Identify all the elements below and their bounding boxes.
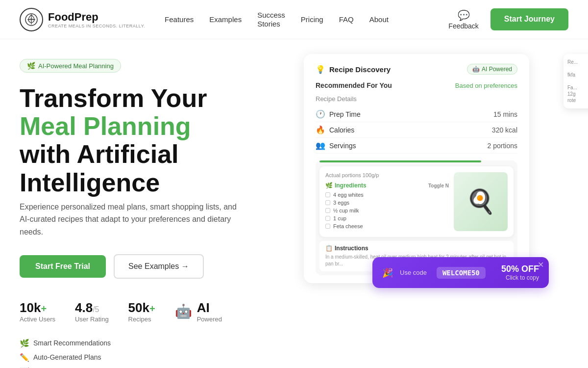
hero-section: 🌿 AI-Powered Meal Planning Transform You… (0, 39, 588, 368)
ai-badge: 🌿 AI-Powered Meal Planning (20, 59, 121, 73)
ai-badge-icon: 🌿 (27, 62, 35, 70)
feedback-button[interactable]: 💬 Feedback (448, 9, 478, 30)
promo-right: 50% OFF Click to copy (501, 264, 539, 281)
feedback-icon: 💬 (458, 9, 470, 21)
close-icon[interactable]: ✕ (538, 261, 544, 269)
robot-icon: 🤖 (472, 66, 480, 73)
see-examples-button[interactable]: See Examples → (114, 254, 204, 279)
ingredient-4: 1 cup (325, 215, 449, 221)
promo-emoji-icon: 🎉 (382, 267, 393, 278)
progress-bar (319, 160, 481, 162)
logo[interactable]: FoodPrep CREATE MEALS IN SECONDS. LITERA… (20, 8, 145, 31)
ingredient-3: ½ cup milk (325, 208, 449, 213)
detail-calories: 🔥 Calories 320 kcal (316, 122, 517, 138)
brand-name: FoodPrep (48, 11, 145, 24)
feature-auto-generated: ✏️ Auto-Generated Plans (20, 353, 274, 362)
ingredients-title: 🌿 Ingredients Toggle N (325, 182, 449, 189)
recipe-card: 💡 Recipe Discovery 🤖 AI Powered Recommen… (304, 54, 529, 283)
nav-pricing[interactable]: Pricing (301, 15, 323, 24)
hero-features: 🌿 Smart Recommendations ✏️ Auto-Generate… (20, 339, 274, 368)
feature-smart-recommendations: 🌿 Smart Recommendations (20, 339, 274, 348)
stat-recipes: 50k+ Recipes (128, 300, 155, 323)
detail-servings: 👥 Servings 2 portions (316, 138, 517, 154)
promo-code[interactable]: WELCOME50 (437, 267, 486, 279)
promo-discount: 50% OFF (501, 264, 539, 274)
detail-prep-time: 🕐 Prep Time 15 mins (316, 106, 517, 122)
hero-right: 💡 Recipe Discovery 🤖 AI Powered Recommen… (304, 54, 568, 283)
fire-icon: 🔥 (316, 125, 325, 134)
feedback-label: Feedback (448, 22, 478, 30)
nav-success-stories[interactable]: Success Stories (257, 11, 285, 28)
side-peek: Re...fkfaFa...12grote (564, 54, 588, 108)
recommended-row: Recommended For You Based on preferences (316, 81, 517, 89)
brand-tagline: CREATE MEALS IN SECONDS. LITERALLY. (48, 24, 145, 28)
hero-buttons: Start Free Trial See Examples → (20, 254, 274, 279)
auto-gen-icon: ✏️ (20, 353, 29, 362)
peek-text: Re...fkfaFa...12grote (567, 59, 588, 104)
feature-label: Smart Recommendations (33, 339, 111, 347)
nav-features[interactable]: Features (165, 15, 194, 24)
hero-description: Experience personalized meal plans, smar… (20, 201, 245, 238)
card-title: Recipe Discovery (329, 65, 391, 74)
list-icon: 📋 (325, 245, 333, 252)
nav-about[interactable]: About (369, 15, 389, 24)
clock-icon: 🕐 (316, 109, 325, 119)
ingredient-1: 4 egg whites (325, 192, 449, 198)
card-header: 💡 Recipe Discovery 🤖 AI Powered (316, 64, 517, 75)
nav-examples[interactable]: Examples (209, 15, 242, 24)
hero-title: Transform Your Meal Planning with Artifi… (20, 84, 274, 197)
promo-use-code-label: Use code (400, 269, 427, 276)
stat-ai: 🤖 AI Powered (175, 300, 222, 323)
leaf-icon: 🌿 (325, 182, 333, 189)
feature-label: Auto-Generated Plans (33, 353, 101, 361)
ingredient-5: Feta cheese (325, 223, 449, 229)
promo-banner[interactable]: 🎉 Use code WELCOME50 50% OFF Click to co… (372, 257, 549, 288)
navbar: FoodPrep CREATE MEALS IN SECONDS. LITERA… (0, 0, 588, 39)
promo-click-to-copy: Click to copy (501, 274, 539, 281)
stat-active-users: 10k+ Active Users (20, 300, 55, 323)
smart-recs-icon: 🌿 (20, 339, 29, 348)
ingredient-2: 3 eggs (325, 200, 449, 206)
details-label: Recipe Details (316, 95, 517, 103)
nav-faq[interactable]: FAQ (339, 15, 354, 24)
food-image: 🍳 (454, 172, 508, 231)
stat-user-rating: 4.8/5 User Rating (75, 300, 109, 323)
start-free-trial-button[interactable]: Start Free Trial (20, 255, 106, 278)
hero-left: 🌿 AI-Powered Meal Planning Transform You… (20, 59, 274, 368)
start-journey-button[interactable]: Start Journey (490, 8, 568, 30)
bulb-icon: 💡 (316, 65, 325, 74)
hero-stats: 10k+ Active Users 4.8/5 User Rating 50k+… (20, 300, 274, 323)
logo-icon (20, 8, 43, 31)
ai-icon: 🤖 (175, 303, 192, 319)
ai-powered-badge: 🤖 AI Powered (467, 64, 517, 75)
ai-badge-label: AI-Powered Meal Planning (38, 62, 114, 70)
preview-label: Actual portions 100g/p (325, 172, 449, 178)
persons-icon: 👥 (316, 141, 325, 150)
nav-links: Features Examples Success Stories Pricin… (165, 11, 389, 28)
